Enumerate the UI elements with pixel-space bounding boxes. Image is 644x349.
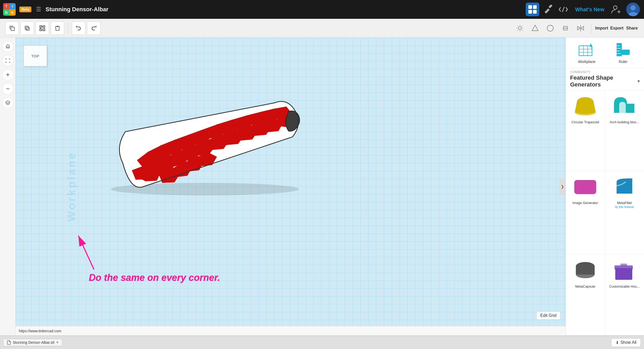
align-button[interactable] [559, 21, 572, 35]
svg-rect-88 [574, 180, 596, 194]
svg-line-29 [522, 26, 522, 26]
ruler-label-text: Ruler [619, 60, 628, 64]
download-icon: ⬇ [616, 340, 619, 345]
shape-name-4: MetaCapsule [575, 284, 595, 289]
svg-rect-73 [579, 46, 592, 56]
grid-view-button[interactable] [526, 3, 539, 16]
shape-item-0[interactable]: Circular Trapezoid [566, 90, 605, 171]
beta-badge: Beta [19, 7, 31, 12]
file-dropdown-arrow[interactable]: ▼ [56, 341, 59, 344]
undo-button[interactable] [72, 21, 85, 35]
build-button[interactable] [542, 3, 554, 16]
svg-rect-84 [622, 50, 630, 55]
share-button[interactable]: Share [625, 21, 639, 35]
mirror-icon [577, 25, 584, 32]
svg-rect-87 [627, 104, 634, 113]
whats-new-button[interactable]: What's New [572, 7, 607, 13]
shape-sub-3[interactable]: by this tinkerer [615, 205, 634, 208]
top-cube: TOP [24, 45, 47, 66]
show-all-label: Show All [620, 340, 636, 345]
group-button[interactable] [36, 21, 49, 35]
avatar [626, 3, 640, 16]
zoom-out-icon [5, 86, 10, 91]
home-button[interactable] [2, 41, 14, 52]
svg-line-6 [562, 7, 564, 12]
featured-dropdown-arrow[interactable]: ▾ [637, 78, 640, 84]
shape-item-1[interactable]: Arch building bloc... [605, 90, 644, 171]
shape-item-3[interactable]: MetaFilletby this tinkerer [605, 171, 644, 255]
svg-rect-4 [545, 8, 550, 14]
svg-marker-30 [532, 25, 538, 31]
workplane-button[interactable]: Workplane [570, 42, 604, 64]
svg-rect-5 [548, 5, 553, 8]
avatar-button[interactable] [625, 2, 641, 17]
undo-icon [75, 25, 82, 31]
main-area: Workplane TOP [0, 38, 644, 335]
fit-view-button[interactable] [2, 55, 14, 66]
shape-icon [531, 25, 539, 32]
circle-icon [547, 25, 554, 32]
svg-point-86 [575, 109, 596, 115]
annotation-text: Do the same on every corner. [89, 272, 220, 283]
delete-icon [54, 25, 61, 31]
file-icon [7, 340, 11, 345]
logo-n: N [3, 9, 9, 16]
file-button[interactable]: Stunning Densor-Albar.stl ▼ [3, 339, 62, 346]
edit-grid-button[interactable]: Edit Grid [536, 311, 560, 320]
ruler-button[interactable]: Ruler [607, 42, 640, 64]
zoom-out-button[interactable] [2, 83, 14, 95]
add-user-icon [611, 4, 622, 14]
shape-grid: Circular TrapezoidArch building bloc...I… [566, 90, 644, 335]
shape-button[interactable] [528, 21, 542, 35]
group-icon [39, 25, 45, 31]
export-button[interactable]: Export [610, 21, 624, 35]
right-panel: Workplane Ruler Community Feat [566, 38, 644, 335]
fit-view-icon [5, 58, 10, 63]
shape-item-2[interactable]: Image Generator [566, 171, 605, 255]
collapse-panel-button[interactable]: ❯ [559, 179, 566, 194]
avatar-image [626, 3, 640, 16]
svg-marker-35 [577, 26, 580, 30]
svg-line-72 [78, 236, 94, 270]
duplicate-button[interactable] [20, 21, 34, 35]
community-label: Community [570, 70, 640, 74]
tinkercad-logo[interactable]: T I N K [3, 3, 16, 16]
show-all-button[interactable]: ⬇ Show All [611, 338, 641, 347]
logo-t: T [3, 3, 9, 9]
left-panel [0, 38, 16, 335]
layers-icon [5, 100, 10, 106]
svg-rect-0 [528, 5, 532, 9]
zoom-in-button[interactable] [2, 69, 14, 80]
svg-rect-13 [11, 27, 14, 31]
canvas-area[interactable]: Workplane TOP [16, 38, 566, 335]
add-user-button[interactable] [610, 3, 623, 16]
layers-button[interactable] [2, 97, 14, 109]
light-button[interactable] [513, 21, 527, 35]
shape-item-5[interactable]: Customizable Hou... [605, 255, 644, 335]
toolbar-separator-2 [591, 23, 591, 33]
redo-button[interactable] [87, 21, 101, 35]
hammer-icon [543, 5, 553, 14]
shape-name-1: Arch building bloc... [610, 120, 639, 125]
copy-button[interactable] [5, 21, 19, 35]
code-button[interactable] [557, 3, 570, 16]
svg-rect-14 [25, 26, 28, 29]
featured-header: Featured Shape Generators ▾ [570, 74, 640, 88]
mirror-button[interactable] [574, 21, 587, 35]
import-button[interactable]: Import [595, 21, 608, 35]
shape-item-4[interactable]: MetaCapsule [566, 255, 605, 335]
community-section: Community Featured Shape Generators ▾ [566, 68, 644, 90]
project-title[interactable]: Stunning Densor-Albar [45, 6, 108, 13]
shape-name-2: Image Generator [572, 201, 598, 205]
taskbar: Stunning Densor-Albar.stl ▼ ⬇ Show All [0, 335, 644, 349]
delete-button[interactable] [51, 21, 64, 35]
grid-icon: ☰ [36, 6, 41, 13]
svg-point-7 [613, 6, 617, 9]
toolbar-separator-1 [68, 23, 68, 33]
circle-button[interactable] [543, 21, 557, 35]
svg-rect-79 [617, 43, 622, 56]
svg-rect-3 [533, 10, 537, 14]
grid-view-icon [528, 5, 537, 14]
svg-rect-20 [40, 26, 44, 30]
code-icon [559, 5, 568, 14]
